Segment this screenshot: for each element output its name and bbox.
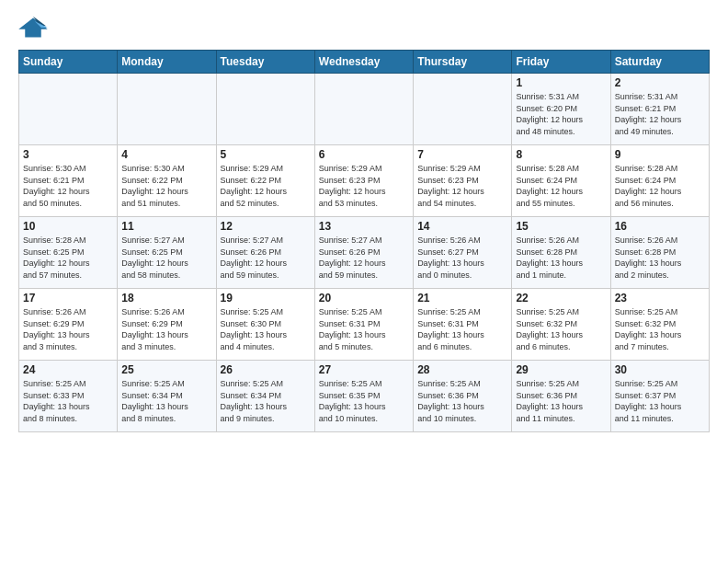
day-number: 19 [221, 292, 311, 304]
calendar-cell: 2Sunrise: 5:31 AM Sunset: 6:21 PM Daylig… [610, 74, 709, 145]
calendar-cell: 7Sunrise: 5:29 AM Sunset: 6:23 PM Daylig… [414, 145, 512, 217]
calendar-cell: 5Sunrise: 5:29 AM Sunset: 6:22 PM Daylig… [216, 145, 314, 217]
day-number: 5 [221, 148, 311, 161]
calendar-cell: 11Sunrise: 5:27 AM Sunset: 6:25 PM Dayli… [118, 217, 216, 289]
day-info: Sunrise: 5:31 AM Sunset: 6:20 PM Dayligh… [516, 91, 606, 137]
day-number: 29 [516, 363, 606, 376]
day-number: 3 [23, 148, 113, 161]
day-number: 15 [516, 220, 606, 233]
calendar-header-saturday: Saturday [610, 51, 709, 74]
day-info: Sunrise: 5:25 AM Sunset: 6:32 PM Dayligh… [615, 306, 705, 352]
day-number: 2 [615, 76, 705, 89]
calendar-cell: 30Sunrise: 5:25 AM Sunset: 6:37 PM Dayli… [610, 361, 709, 432]
calendar-cell: 10Sunrise: 5:28 AM Sunset: 6:25 PM Dayli… [19, 217, 118, 289]
day-info: Sunrise: 5:26 AM Sunset: 6:29 PM Dayligh… [121, 306, 211, 352]
day-number: 17 [23, 292, 113, 304]
day-info: Sunrise: 5:25 AM Sunset: 6:34 PM Dayligh… [121, 378, 211, 424]
day-info: Sunrise: 5:25 AM Sunset: 6:35 PM Dayligh… [319, 378, 409, 424]
day-info: Sunrise: 5:28 AM Sunset: 6:24 PM Dayligh… [615, 163, 705, 209]
day-number: 9 [615, 148, 705, 161]
calendar-week-row: 17Sunrise: 5:26 AM Sunset: 6:29 PM Dayli… [19, 289, 710, 361]
calendar-cell: 23Sunrise: 5:25 AM Sunset: 6:32 PM Dayli… [610, 289, 709, 361]
calendar-cell: 24Sunrise: 5:25 AM Sunset: 6:33 PM Dayli… [19, 361, 118, 432]
calendar-header-thursday: Thursday [414, 51, 512, 74]
day-number: 22 [516, 292, 606, 304]
day-info: Sunrise: 5:25 AM Sunset: 6:36 PM Dayligh… [417, 378, 507, 424]
day-number: 4 [121, 148, 211, 161]
calendar-header-monday: Monday [118, 51, 216, 74]
day-number: 25 [121, 363, 211, 376]
calendar-cell: 16Sunrise: 5:26 AM Sunset: 6:28 PM Dayli… [610, 217, 709, 289]
day-info: Sunrise: 5:28 AM Sunset: 6:24 PM Dayligh… [516, 163, 606, 209]
day-info: Sunrise: 5:30 AM Sunset: 6:21 PM Dayligh… [23, 163, 113, 209]
day-info: Sunrise: 5:28 AM Sunset: 6:25 PM Dayligh… [23, 235, 113, 281]
day-number: 1 [516, 76, 606, 89]
day-info: Sunrise: 5:25 AM Sunset: 6:31 PM Dayligh… [417, 306, 507, 352]
day-number: 21 [417, 292, 507, 304]
day-info: Sunrise: 5:27 AM Sunset: 6:25 PM Dayligh… [121, 235, 211, 281]
calendar-cell: 27Sunrise: 5:25 AM Sunset: 6:35 PM Dayli… [314, 361, 413, 432]
calendar-cell: 17Sunrise: 5:26 AM Sunset: 6:29 PM Dayli… [19, 289, 118, 361]
day-info: Sunrise: 5:29 AM Sunset: 6:22 PM Dayligh… [221, 163, 311, 209]
calendar-header-friday: Friday [512, 51, 610, 74]
calendar-cell: 26Sunrise: 5:25 AM Sunset: 6:34 PM Dayli… [216, 361, 314, 432]
day-number: 16 [615, 220, 705, 233]
day-number: 30 [615, 363, 705, 376]
day-info: Sunrise: 5:30 AM Sunset: 6:22 PM Dayligh… [121, 163, 211, 209]
calendar-header-tuesday: Tuesday [216, 51, 314, 74]
calendar-cell [414, 74, 512, 145]
day-number: 24 [23, 363, 113, 376]
day-info: Sunrise: 5:31 AM Sunset: 6:21 PM Dayligh… [615, 91, 705, 137]
calendar-cell [19, 74, 118, 145]
calendar-cell: 15Sunrise: 5:26 AM Sunset: 6:28 PM Dayli… [512, 217, 610, 289]
day-info: Sunrise: 5:27 AM Sunset: 6:26 PM Dayligh… [221, 235, 311, 281]
day-number: 14 [417, 220, 507, 233]
logo-icon [18, 15, 48, 40]
calendar-week-row: 10Sunrise: 5:28 AM Sunset: 6:25 PM Dayli… [19, 217, 710, 289]
calendar-week-row: 24Sunrise: 5:25 AM Sunset: 6:33 PM Dayli… [19, 361, 710, 432]
calendar-header-sunday: Sunday [19, 51, 118, 74]
day-number: 23 [615, 292, 705, 304]
day-info: Sunrise: 5:25 AM Sunset: 6:36 PM Dayligh… [516, 378, 606, 424]
day-info: Sunrise: 5:26 AM Sunset: 6:28 PM Dayligh… [516, 235, 606, 281]
calendar-cell: 14Sunrise: 5:26 AM Sunset: 6:27 PM Dayli… [414, 217, 512, 289]
calendar-cell: 28Sunrise: 5:25 AM Sunset: 6:36 PM Dayli… [414, 361, 512, 432]
calendar-cell: 19Sunrise: 5:25 AM Sunset: 6:30 PM Dayli… [216, 289, 314, 361]
calendar-cell: 18Sunrise: 5:26 AM Sunset: 6:29 PM Dayli… [118, 289, 216, 361]
day-info: Sunrise: 5:27 AM Sunset: 6:26 PM Dayligh… [319, 235, 409, 281]
day-number: 13 [319, 220, 409, 233]
day-number: 6 [319, 148, 409, 161]
day-number: 7 [417, 148, 507, 161]
calendar-cell: 25Sunrise: 5:25 AM Sunset: 6:34 PM Dayli… [118, 361, 216, 432]
day-info: Sunrise: 5:29 AM Sunset: 6:23 PM Dayligh… [319, 163, 409, 209]
day-info: Sunrise: 5:29 AM Sunset: 6:23 PM Dayligh… [417, 163, 507, 209]
day-info: Sunrise: 5:25 AM Sunset: 6:31 PM Dayligh… [319, 306, 409, 352]
calendar-week-row: 3Sunrise: 5:30 AM Sunset: 6:21 PM Daylig… [19, 145, 710, 217]
page-container: SundayMondayTuesdayWednesdayThursdayFrid… [0, 0, 728, 442]
calendar-cell: 21Sunrise: 5:25 AM Sunset: 6:31 PM Dayli… [414, 289, 512, 361]
day-number: 26 [221, 363, 311, 376]
calendar-cell: 1Sunrise: 5:31 AM Sunset: 6:20 PM Daylig… [512, 74, 610, 145]
day-number: 11 [121, 220, 211, 233]
calendar-cell: 20Sunrise: 5:25 AM Sunset: 6:31 PM Dayli… [314, 289, 413, 361]
calendar-cell: 8Sunrise: 5:28 AM Sunset: 6:24 PM Daylig… [512, 145, 610, 217]
day-number: 18 [121, 292, 211, 304]
day-number: 8 [516, 148, 606, 161]
day-number: 12 [221, 220, 311, 233]
calendar-cell: 6Sunrise: 5:29 AM Sunset: 6:23 PM Daylig… [314, 145, 413, 217]
day-number: 10 [23, 220, 113, 233]
calendar-cell [216, 74, 314, 145]
calendar-cell [118, 74, 216, 145]
calendar-cell: 4Sunrise: 5:30 AM Sunset: 6:22 PM Daylig… [118, 145, 216, 217]
calendar-table: SundayMondayTuesdayWednesdayThursdayFrid… [18, 50, 710, 432]
calendar-header-wednesday: Wednesday [314, 51, 413, 74]
calendar-cell: 29Sunrise: 5:25 AM Sunset: 6:36 PM Dayli… [512, 361, 610, 432]
calendar-cell: 22Sunrise: 5:25 AM Sunset: 6:32 PM Dayli… [512, 289, 610, 361]
page-header [18, 15, 710, 40]
day-info: Sunrise: 5:25 AM Sunset: 6:33 PM Dayligh… [23, 378, 113, 424]
calendar-cell: 12Sunrise: 5:27 AM Sunset: 6:26 PM Dayli… [216, 217, 314, 289]
day-info: Sunrise: 5:26 AM Sunset: 6:29 PM Dayligh… [23, 306, 113, 352]
day-info: Sunrise: 5:26 AM Sunset: 6:28 PM Dayligh… [615, 235, 705, 281]
day-info: Sunrise: 5:25 AM Sunset: 6:30 PM Dayligh… [221, 306, 311, 352]
calendar-header-row: SundayMondayTuesdayWednesdayThursdayFrid… [19, 51, 710, 74]
